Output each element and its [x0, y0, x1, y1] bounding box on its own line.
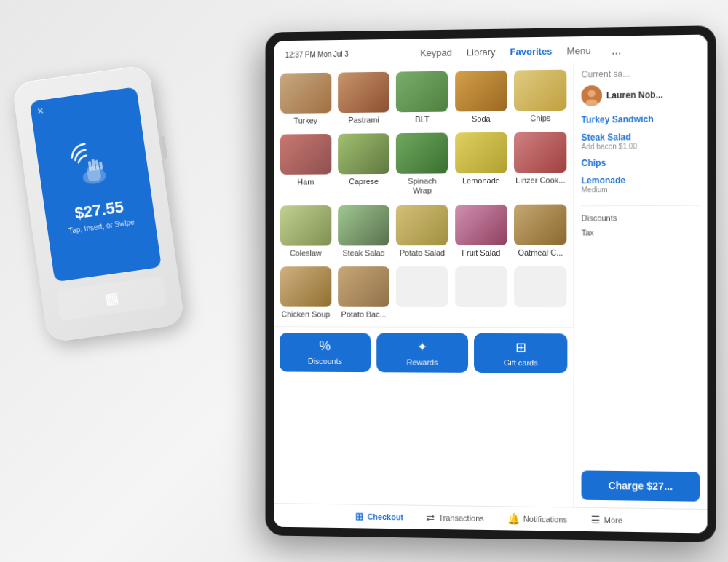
sale-item-lemonade[interactable]: Lemonade Medium [582, 175, 700, 194]
menu-img-coleslaw [280, 205, 331, 246]
menu-item-chips[interactable]: Chips [511, 66, 571, 128]
nav-more-icon[interactable]: ... [612, 44, 622, 57]
bottom-nav-notifications[interactable]: 🔔 Notifications [507, 512, 567, 525]
sale-row-tax: Tax [582, 228, 700, 237]
menu-item-pastrami[interactable]: Pastrami [335, 68, 393, 130]
bottom-nav-more[interactable]: ☰ More [590, 514, 622, 526]
menu-item-turkey[interactable]: Turkey [277, 68, 335, 130]
menu-img-chips [514, 70, 566, 111]
menu-item-spinach-wrap[interactable]: SpinachWrap [393, 129, 452, 201]
checkout-icon: ⊞ [355, 511, 364, 523]
nav-library[interactable]: Library [467, 44, 496, 61]
sale-row-discounts: Discounts [582, 213, 700, 223]
sale-item-chips[interactable]: Chips [582, 157, 700, 168]
notifications-icon: 🔔 [507, 512, 520, 524]
tablet-bottom-nav: ⊞ Checkout ⇄ Transactions 🔔 Notification… [274, 503, 707, 533]
charge-button[interactable]: Charge $27... [582, 470, 700, 501]
menu-item-chicken-soup[interactable]: Chicken Soup [277, 262, 335, 323]
reader-body: ✕ $27.55 Tap, Insert, or S [12, 65, 185, 344]
sale-title: Current sa... [582, 68, 700, 79]
reader-screen: ✕ $27.55 Tap, Insert, or S [30, 87, 162, 282]
sale-panel: Current sa... Lauren Nob... [574, 60, 707, 509]
menu-img-blt [396, 71, 448, 113]
tablet-screen: 12:37 PM Mon Jul 3 Keypad Library Favori… [274, 35, 707, 534]
sale-customer[interactable]: Lauren Nob... [582, 84, 700, 106]
transactions-nav-label: Transactions [439, 513, 484, 523]
customer-name: Lauren Nob... [606, 90, 663, 100]
gift-card-icon: ⊞ [515, 339, 526, 355]
menu-img-pastrami [338, 72, 389, 113]
nav-favorites[interactable]: Favorites [510, 43, 553, 60]
menu-label-chicken-soup: Chicken Soup [281, 309, 330, 319]
menu-img-linzer [514, 132, 566, 173]
menu-label-caprese: Caprese [349, 177, 379, 186]
menu-label-potato-salad: Potato Salad [400, 248, 445, 258]
bottom-nav-checkout[interactable]: ⊞ Checkout [355, 511, 403, 523]
rewards-icon: ✦ [417, 339, 428, 355]
sale-item-name-chips: Chips [582, 157, 700, 168]
more-icon: ☰ [590, 514, 600, 526]
menu-label-chips: Chips [530, 114, 550, 124]
checkout-nav-label: Checkout [368, 512, 403, 522]
menu-label-fruit-salad: Fruit Salad [462, 248, 500, 258]
menu-item-empty-3 [511, 262, 571, 325]
reader-side-button[interactable] [160, 135, 167, 159]
reader-card-slot[interactable]: ▦ [56, 276, 167, 321]
menu-label-spinach-wrap: SpinachWrap [408, 177, 436, 197]
menu-item-potato-bac[interactable]: Potato Bac... [335, 262, 393, 324]
menu-img-lemonade [455, 132, 507, 174]
tablet-content: Turkey Pastrami BLT Soda [274, 60, 707, 509]
discounts-button[interactable]: % Discounts [280, 333, 371, 372]
menu-img-spinach [396, 133, 448, 174]
sale-item-name-steak: Steak Salad [582, 131, 700, 143]
menu-img-soda [455, 71, 507, 112]
action-buttons-row: % Discounts ✦ Rewards ⊞ Gift cards [274, 326, 573, 379]
sale-item-turkey-sandwich[interactable]: Turkey Sandwich [582, 114, 700, 125]
menu-img-potato-salad [396, 205, 448, 245]
menu-item-blt[interactable]: BLT [393, 67, 452, 130]
close-icon[interactable]: ✕ [36, 106, 45, 116]
menu-item-potato-salad[interactable]: Potato Salad [393, 200, 452, 262]
menu-item-lemonade[interactable]: Lemonade [451, 128, 510, 200]
tax-row-label: Tax [582, 229, 594, 237]
menu-item-oatmeal[interactable]: Oatmeal C... [511, 199, 571, 262]
tablet: 12:37 PM Mon Jul 3 Keypad Library Favori… [266, 25, 716, 542]
menu-label-ham: Ham [297, 178, 314, 187]
menu-item-soda[interactable]: Soda [451, 66, 510, 129]
menu-label-coleslaw: Coleslaw [290, 248, 322, 258]
menu-label-blt: BLT [415, 115, 429, 124]
nav-keypad[interactable]: Keypad [420, 44, 452, 62]
menu-label-linzer: Linzer Cook... [515, 175, 565, 186]
scene: ✕ $27.55 Tap, Insert, or S [0, 0, 728, 562]
card-chip-icon: ▦ [103, 289, 119, 308]
sale-item-steak-salad[interactable]: Steak Salad Add bacon $1.00 [582, 131, 700, 151]
menu-img-ham [280, 134, 331, 175]
menu-panel: Turkey Pastrami BLT Soda [274, 62, 574, 507]
menu-item-caprese[interactable]: Caprese [335, 129, 393, 200]
menu-label-steak-salad: Steak Salad [342, 248, 384, 258]
customer-avatar [582, 85, 602, 106]
menu-img-caprese [338, 133, 389, 174]
bottom-nav-transactions[interactable]: ⇄ Transactions [427, 512, 484, 524]
menu-item-linzer[interactable]: Linzer Cook... [511, 127, 571, 199]
menu-img-empty-2 [455, 266, 507, 307]
menu-label-soda: Soda [472, 114, 491, 124]
menu-item-fruit-salad[interactable]: Fruit Salad [451, 199, 510, 261]
menu-item-empty-1 [393, 262, 452, 324]
menu-item-empty-2 [451, 262, 510, 324]
sale-item-name-lemonade: Lemonade [582, 175, 700, 186]
menu-item-ham[interactable]: Ham [277, 130, 335, 201]
gift-cards-button[interactable]: ⊞ Gift cards [474, 333, 567, 373]
rewards-button[interactable]: ✦ Rewards [376, 333, 468, 372]
menu-item-steak-salad[interactable]: Steak Salad [335, 200, 393, 262]
menu-img-empty-1 [396, 266, 448, 307]
gift-cards-label: Gift cards [504, 358, 538, 367]
sale-divider-1 [582, 205, 700, 207]
menu-img-oatmeal [514, 204, 566, 245]
menu-img-steak-salad [338, 205, 389, 245]
menu-grid: Turkey Pastrami BLT Soda [274, 62, 573, 327]
menu-item-coleslaw[interactable]: Coleslaw [277, 201, 335, 263]
sale-item-name-turkey: Turkey Sandwich [582, 114, 700, 125]
notifications-nav-label: Notifications [523, 515, 567, 524]
nav-menu[interactable]: Menu [567, 42, 591, 60]
